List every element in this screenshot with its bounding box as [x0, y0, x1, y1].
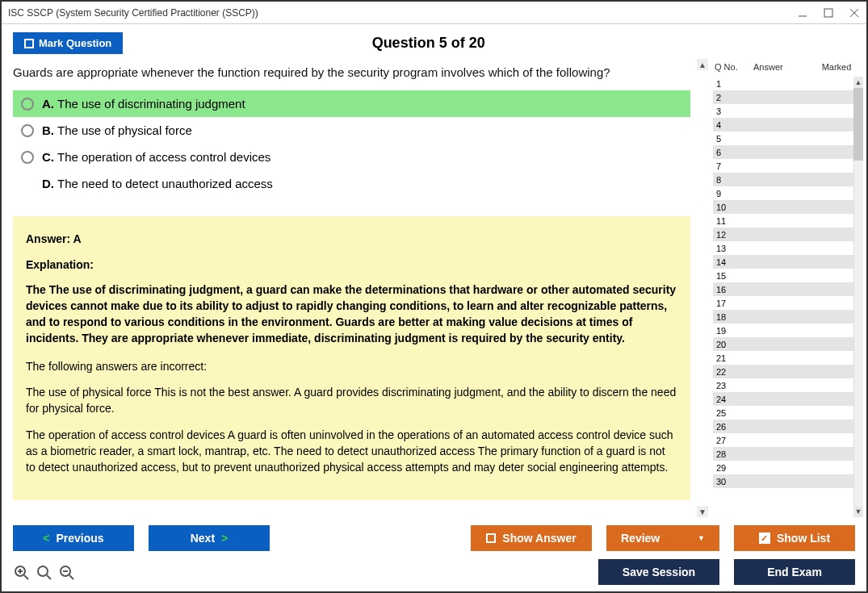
list-item[interactable]: 5 — [713, 132, 853, 145]
list-item[interactable]: 7 — [713, 159, 853, 173]
list-item[interactable]: 8 — [713, 173, 853, 186]
list-item[interactable]: 26 — [713, 420, 853, 433]
svg-line-9 — [47, 575, 51, 579]
question-pane: ▲ Guards are appropriate whenever the fu… — [13, 59, 708, 517]
list-item[interactable]: 24 — [713, 392, 853, 406]
review-label: Review — [621, 532, 660, 545]
option-a[interactable]: A. The use of discriminating judgment — [13, 90, 690, 117]
explanation-p1: The following answers are incorrect: — [26, 358, 677, 374]
zoom-reset-icon — [14, 565, 30, 581]
app-window: ISC SSCP (System Security Certified Prac… — [0, 0, 868, 593]
list-item[interactable]: 15 — [713, 269, 853, 282]
content-area: Mark Question Question 5 of 20 ▲ Guards … — [2, 24, 866, 591]
list-scroll-thumb[interactable] — [853, 88, 863, 161]
list-item[interactable]: 28 — [713, 447, 853, 461]
zoom-in-button[interactable] — [36, 564, 53, 582]
list-item[interactable]: 21 — [713, 351, 853, 365]
previous-label: Previous — [57, 532, 104, 545]
minimize-button[interactable] — [797, 7, 808, 19]
list-item[interactable]: 29 — [713, 461, 853, 474]
checkbox-icon — [486, 533, 496, 543]
list-body[interactable]: 1234567891011121314151617181920212223242… — [713, 77, 863, 517]
list-item[interactable]: 22 — [713, 365, 853, 378]
list-item[interactable]: 11 — [713, 214, 853, 228]
window-title: ISC SSCP (System Security Certified Prac… — [8, 7, 258, 19]
list-scroll-down-icon[interactable]: ▼ — [853, 506, 863, 517]
check-icon: ✓ — [759, 532, 770, 544]
options-list: A. The use of discriminating judgmentB. … — [13, 90, 690, 197]
option-letter: B. — [42, 123, 54, 137]
explanation-head: Explanation: — [26, 257, 677, 273]
list-item[interactable]: 12 — [713, 228, 853, 241]
svg-point-8 — [38, 566, 48, 576]
window-controls — [797, 7, 860, 19]
list-item[interactable]: 27 — [713, 433, 853, 447]
list-item[interactable]: 20 — [713, 337, 853, 351]
zoom-controls — [13, 562, 76, 582]
list-item[interactable]: 30 — [713, 474, 853, 488]
option-label: C. The operation of access control devic… — [42, 150, 270, 164]
scroll-down-icon[interactable]: ▼ — [697, 506, 708, 517]
zoom-in-icon — [36, 565, 52, 581]
list-header: Q No. Answer Marked — [713, 59, 863, 77]
list-item[interactable]: 17 — [713, 296, 853, 310]
radio-icon[interactable] — [21, 124, 34, 137]
list-item[interactable]: 16 — [713, 282, 853, 296]
option-b[interactable]: B. The use of physical force — [13, 117, 690, 144]
top-row: Mark Question Question 5 of 20 — [2, 24, 866, 59]
list-item[interactable]: 1 — [713, 77, 853, 90]
scroll-up-icon[interactable]: ▲ — [697, 59, 708, 70]
end-exam-button[interactable]: End Exam — [734, 559, 855, 585]
list-item[interactable]: 6 — [713, 145, 853, 159]
svg-line-5 — [24, 575, 28, 579]
option-letter: C. — [42, 150, 54, 164]
list-scrollbar[interactable]: ▲ ▼ — [853, 77, 863, 517]
mark-label: Mark Question — [39, 37, 111, 49]
question-counter: Question 5 of 20 — [123, 35, 734, 52]
option-label: B. The use of physical force — [42, 123, 192, 137]
answer-head: Answer: A — [26, 231, 677, 247]
next-button[interactable]: Next > — [149, 525, 270, 551]
next-label: Next — [191, 532, 215, 545]
list-item[interactable]: 13 — [713, 241, 853, 255]
option-label: D. The need to detect unauthorized acces… — [42, 177, 273, 190]
chevron-down-icon: ▼ — [698, 534, 705, 542]
list-item[interactable]: 25 — [713, 406, 853, 420]
list-item[interactable]: 9 — [713, 186, 853, 200]
list-scroll-up-icon[interactable]: ▲ — [853, 77, 863, 88]
zoom-reset-button[interactable] — [13, 564, 31, 582]
list-item[interactable]: 18 — [713, 310, 853, 324]
save-session-label: Save Session — [623, 566, 695, 578]
option-text: The operation of access control devices — [57, 150, 270, 164]
list-item[interactable]: 4 — [713, 118, 853, 132]
svg-line-11 — [69, 575, 73, 579]
list-item[interactable]: 10 — [713, 200, 853, 214]
radio-icon[interactable] — [21, 98, 34, 111]
option-c[interactable]: C. The operation of access control devic… — [13, 144, 690, 170]
review-button[interactable]: Review ▼ — [606, 525, 719, 551]
radio-icon[interactable] — [21, 151, 34, 164]
question-text: Guards are appropriate whenever the func… — [13, 59, 702, 90]
maximize-button[interactable] — [823, 7, 834, 19]
checkbox-icon — [24, 39, 34, 48]
titlebar: ISC SSCP (System Security Certified Prac… — [2, 2, 866, 24]
col-answer: Answer — [753, 62, 811, 72]
save-session-button[interactable]: Save Session — [598, 559, 719, 585]
list-item[interactable]: 14 — [713, 255, 853, 269]
option-d[interactable]: D. The need to detect unauthorized acces… — [13, 170, 690, 197]
end-exam-label: End Exam — [767, 566, 822, 578]
close-button[interactable] — [849, 7, 860, 19]
question-scroll[interactable]: Guards are appropriate whenever the func… — [13, 59, 708, 517]
list-item[interactable]: 3 — [713, 104, 853, 118]
previous-button[interactable]: < Previous — [13, 525, 134, 551]
option-label: A. The use of discriminating judgment — [42, 97, 245, 111]
mark-question-button[interactable]: Mark Question — [13, 32, 123, 54]
zoom-out-button[interactable] — [58, 564, 76, 582]
option-text: The use of discriminating judgment — [57, 97, 245, 111]
list-item[interactable]: 23 — [713, 378, 853, 392]
show-answer-button[interactable]: Show Answer — [471, 525, 592, 551]
list-item[interactable]: 19 — [713, 324, 853, 337]
list-item[interactable]: 2 — [713, 90, 853, 104]
show-list-button[interactable]: ✓ Show List — [734, 525, 855, 551]
col-marked: Marked — [811, 62, 862, 72]
